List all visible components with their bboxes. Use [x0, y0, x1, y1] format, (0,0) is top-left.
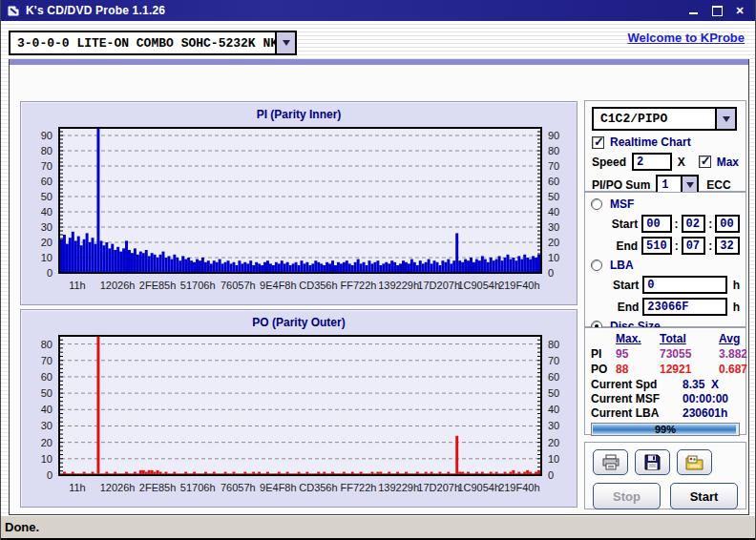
scan-settings-box: C1C2/PIPO Realtime Chart Speed 2 X Max P…: [584, 100, 746, 192]
msf-separator: :: [708, 239, 712, 253]
lba-radio[interactable]: [591, 260, 602, 271]
drive-select-combo[interactable]: 3-0-0-0 LITE-ON COMBO SOHC-5232K NK07: [9, 31, 297, 55]
po-chart-box: PO (Parity Outer)00101020203030404050506…: [20, 309, 578, 508]
svg-text:76057h: 76057h: [220, 280, 256, 291]
svg-text:17D207h: 17D207h: [417, 482, 460, 493]
msf-start-sec-input[interactable]: 02: [682, 215, 706, 233]
msf-start-label: Start: [604, 218, 638, 231]
svg-text:0: 0: [548, 469, 554, 481]
tab-strip-accent: [10, 59, 748, 65]
svg-text:2FE85h: 2FE85h: [139, 280, 177, 291]
svg-text:PO (Parity Outer): PO (Parity Outer): [252, 316, 345, 329]
msf-separator: :: [675, 239, 679, 253]
svg-text:90: 90: [548, 130, 559, 141]
main-panel: PI (Parity Inner)00101020203030404050506…: [9, 59, 749, 515]
po-stats-row: PO 88 12921 0.687: [591, 363, 740, 376]
svg-text:9E4F8h: 9E4F8h: [260, 482, 297, 493]
svg-text:PI (Parity Inner): PI (Parity Inner): [257, 108, 342, 121]
chevron-down-icon: [283, 40, 290, 46]
pipo-sum-value: 1: [658, 177, 681, 193]
lba-end-input[interactable]: 23066F: [642, 298, 726, 316]
po-avg-value: 0.687: [719, 363, 747, 376]
svg-text:11h: 11h: [69, 482, 86, 493]
stats-header-max: Max.: [616, 332, 660, 345]
max-speed-checkbox[interactable]: [699, 156, 711, 168]
maximize-button[interactable]: [711, 6, 723, 15]
pipo-sum-arrow[interactable]: [681, 177, 697, 193]
pi-chart: PI (Parity Inner)00101020203030404050506…: [21, 102, 577, 304]
svg-text:60: 60: [548, 176, 559, 187]
svg-text:40: 40: [548, 206, 559, 218]
current-lba-value: 230601h: [682, 406, 740, 420]
stop-button[interactable]: Stop: [593, 483, 661, 509]
lba-start-unit: h: [733, 279, 740, 292]
ecc-label: ECC: [706, 178, 730, 192]
close-button[interactable]: ✕: [734, 6, 746, 15]
svg-text:1C9054h: 1C9054h: [457, 280, 500, 291]
svg-text:0: 0: [47, 469, 52, 481]
stats-header-total: Total: [660, 332, 719, 345]
speed-label: Speed: [592, 156, 626, 169]
msf-start-frame-input[interactable]: 00: [715, 215, 740, 233]
svg-text:70: 70: [41, 160, 52, 172]
mode-combo-arrow[interactable]: [715, 109, 735, 129]
app-icon: [7, 5, 20, 17]
svg-text:30: 30: [548, 221, 559, 233]
svg-text:10: 10: [41, 453, 52, 465]
realtime-chart-checkbox[interactable]: [592, 136, 604, 149]
svg-text:9E4F8h: 9E4F8h: [260, 280, 297, 291]
start-button[interactable]: Start: [670, 483, 738, 509]
svg-text:219F40h: 219F40h: [498, 280, 539, 291]
welcome-kprobe-link[interactable]: Welcome to KProbe: [627, 31, 745, 45]
msf-end-min-input[interactable]: 510: [641, 237, 672, 255]
svg-text:10: 10: [548, 252, 559, 263]
svg-text:60: 60: [41, 176, 52, 187]
svg-text:20: 20: [41, 237, 52, 248]
svg-text:139229h: 139229h: [378, 280, 419, 291]
actions-box: Stop Start: [584, 442, 746, 509]
lba-start-label: Start: [604, 279, 639, 292]
msf-separator: :: [708, 218, 712, 231]
speed-input[interactable]: 2: [632, 153, 672, 171]
progress-percent-label: 99%: [592, 424, 739, 436]
pi-stats-row: PI 95 73055 3.882: [591, 347, 740, 361]
msf-end-label: End: [604, 239, 638, 253]
svg-text:139229h: 139229h: [378, 482, 419, 493]
save-button[interactable]: [635, 449, 670, 475]
svg-text:30: 30: [548, 420, 559, 431]
current-msf-label: Current MSF: [591, 392, 682, 405]
drive-select-value: 3-0-0-0 LITE-ON COMBO SOHC-5232K NK07: [10, 32, 275, 53]
export-image-button[interactable]: [677, 449, 712, 475]
msf-end-frame-input[interactable]: 32: [715, 237, 740, 255]
svg-text:80: 80: [548, 145, 559, 156]
speed-unit-label: X: [678, 156, 685, 169]
current-spd-value: 8.35 X: [682, 378, 740, 391]
msf-separator: :: [675, 218, 679, 231]
svg-text:219F40h: 219F40h: [498, 482, 539, 493]
mode-combo-value: C1C2/PIPO: [594, 109, 715, 129]
svg-text:70: 70: [41, 355, 52, 366]
msf-start-min-input[interactable]: 00: [641, 215, 671, 233]
svg-text:11h: 11h: [69, 280, 86, 291]
svg-text:20: 20: [548, 237, 559, 248]
drive-select-arrow[interactable]: [275, 32, 295, 53]
svg-text:51706h: 51706h: [180, 482, 216, 493]
po-max-value: 88: [616, 363, 660, 376]
svg-text:80: 80: [548, 339, 559, 350]
msf-end-sec-input[interactable]: 07: [682, 237, 706, 255]
print-button[interactable]: [593, 449, 628, 475]
svg-text:0: 0: [548, 267, 554, 279]
svg-text:0: 0: [47, 267, 52, 279]
window-title: K's CD/DVD Probe 1.1.26: [26, 4, 682, 17]
svg-text:70: 70: [548, 160, 559, 172]
pi-row-label: PI: [591, 347, 616, 361]
lba-start-input[interactable]: 0: [642, 276, 726, 294]
status-text: Done.: [5, 520, 39, 534]
svg-text:CD356h: CD356h: [299, 280, 337, 291]
svg-text:FF722h: FF722h: [341, 280, 377, 291]
svg-text:50: 50: [548, 191, 559, 202]
svg-text:FF722h: FF722h: [341, 482, 377, 493]
minimize-button[interactable]: [688, 6, 700, 15]
msf-radio[interactable]: [591, 198, 602, 210]
mode-combo[interactable]: C1C2/PIPO: [592, 107, 737, 131]
